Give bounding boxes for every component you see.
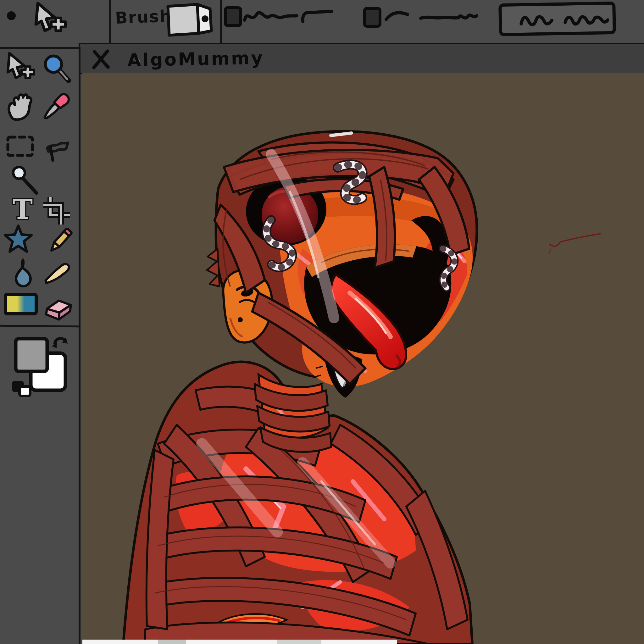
stroke-long-wavy-icon[interactable] — [419, 10, 479, 26]
zoom-tool[interactable] — [41, 53, 72, 84]
eyedropper-tool[interactable] — [40, 89, 72, 120]
artwork-mummy[interactable] — [82, 73, 644, 644]
active-cursor-icon — [31, 1, 67, 36]
tool-panel: T — [0, 47, 81, 644]
document-title: AlgoMummy — [127, 47, 264, 70]
svg-text:T: T — [13, 194, 33, 225]
paint-app: { "toolbar": { "brush_label": "Brush", "… — [0, 0, 644, 644]
foreground-color-well[interactable] — [16, 339, 47, 371]
toolbar-divider — [109, 0, 111, 44]
top-toolbar: Brush — [0, 0, 644, 44]
panel-divider — [0, 325, 79, 328]
rectangle-select-tool[interactable] — [5, 130, 36, 161]
pencil-tool[interactable] — [43, 226, 75, 257]
star-shape-tool[interactable] — [3, 224, 34, 255]
stroke-dash-icon[interactable] — [300, 9, 335, 24]
color-dot-icon — [7, 11, 16, 20]
brush-size-button-2[interactable] — [363, 7, 381, 28]
document-titlebar[interactable]: AlgoMummy — [79, 43, 644, 74]
default-colors[interactable] — [19, 386, 30, 396]
preview-squiggle-small-icon — [519, 13, 555, 28]
stroke-preview-box[interactable] — [498, 2, 616, 36]
stroke-wavy-icon[interactable] — [243, 8, 299, 25]
toolbar-divider — [220, 0, 222, 44]
lasso-tool[interactable] — [42, 133, 73, 164]
move-add-tool[interactable] — [4, 52, 35, 83]
gradient-tool[interactable] — [3, 292, 38, 317]
bottom-strip — [82, 640, 397, 644]
crop-tool[interactable] — [41, 195, 72, 226]
preview-squiggle-large-icon — [563, 12, 609, 28]
stroke-arc-icon[interactable] — [384, 9, 410, 23]
text-tool[interactable]: T — [7, 194, 38, 225]
close-icon[interactable] — [91, 49, 112, 69]
water-drop-tool[interactable] — [8, 257, 39, 289]
brush-preview-icon[interactable] — [164, 1, 214, 41]
hand-tool[interactable] — [5, 90, 36, 121]
eraser-tool[interactable] — [42, 292, 74, 323]
brush-size-button-1[interactable] — [224, 6, 242, 27]
color-wells — [8, 334, 72, 400]
mummy-neck — [255, 375, 331, 452]
canvas-area[interactable] — [82, 73, 644, 644]
pin-brush-tool[interactable] — [9, 164, 41, 196]
smudge-tool[interactable] — [42, 254, 74, 286]
